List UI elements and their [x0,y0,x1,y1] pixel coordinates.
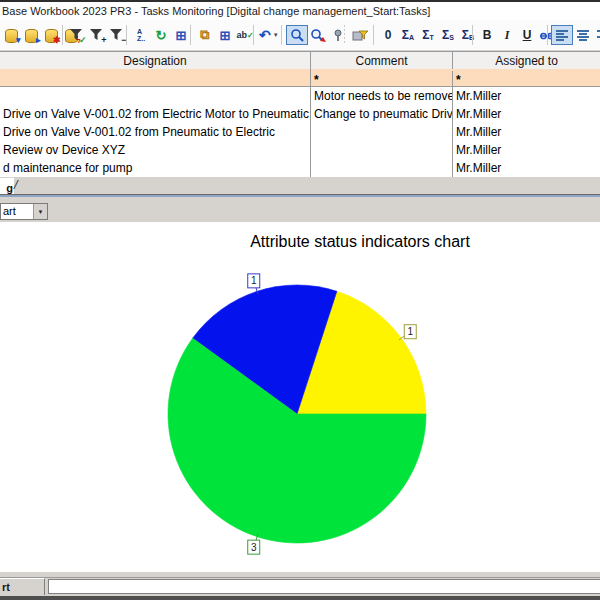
filter-check-icon: ✓ [69,27,86,43]
toolbar-group-align [551,24,600,46]
export-filter-button[interactable] [350,25,370,45]
sort-button[interactable]: A Z.. [131,25,151,45]
chart-type-dropdown[interactable]: art ▼ [0,203,48,220]
toolbar-group-edit: ⧉ ⊞ ab ✓ [195,24,255,46]
column-header-designation[interactable]: Designation [0,52,311,69]
horizontal-scrollbar[interactable] [48,579,600,594]
cell-designation[interactable]: d maintenance for pump [0,159,311,177]
filter-row: * * [0,69,600,87]
cell-comment[interactable]: Motor needs to be removed [311,87,453,105]
save-worksheet-button[interactable]: ▸ [22,25,42,45]
add-window-button[interactable]: ⊞ [215,25,235,45]
align-center-icon [576,29,590,42]
sheet-tab-strip: g / [0,177,600,194]
insert-window-button[interactable]: ⧉ [195,25,215,45]
pin-view-button[interactable] [328,25,348,45]
undo-icon: ↶ [259,27,271,43]
cell-comment[interactable] [311,123,453,141]
active-sheet-tab[interactable]: g [0,178,14,194]
undo-button[interactable]: ↶ ▼ [258,25,280,45]
table-header-row: Designation Comment Assigned to [0,51,600,70]
align-right-button[interactable] [593,25,600,45]
toolbar-separator [547,25,548,45]
toolbar-group-zoom [286,24,348,46]
add-filter-button[interactable]: + [87,25,107,45]
cell-comment[interactable] [311,141,453,159]
cell-designation[interactable]: Drive on Valve V-001.02 from Pneumatic t… [0,123,311,141]
bottom-tab-bar: rt [0,578,600,596]
filter-cell-designation[interactable] [0,69,311,86]
toolbar-group-view: A Z.. ↻ ⊞ [131,24,191,46]
toolbar-separator [253,25,254,45]
window-bottom-edge [0,596,600,600]
toolbar-separator [472,25,473,45]
database-new-icon: ✱ [45,28,60,43]
database-icon: ▸ [25,28,40,43]
window-title: Base Workbook 2023 PR3 - Tasks Monitorin… [2,5,430,17]
toolbar-group-export [350,24,370,46]
italic-button[interactable]: I [497,25,517,45]
window-arrow-icon: ⧉ [200,27,209,43]
column-header-assigned-to[interactable]: Assigned to [453,52,600,69]
cell-assigned-to[interactable]: Mr.Miller [453,141,600,159]
toolbar-group-aggregate: 0 Σ A Σ T Σ S Σ B [378,24,478,46]
align-left-button[interactable] [551,25,573,45]
refresh-button[interactable]: ↻ [151,25,171,45]
chart-sheet-tab[interactable]: rt [0,578,45,595]
toolbar-group-undo: ↶ ▼ [258,24,280,46]
align-center-button[interactable] [573,25,593,45]
filter-plus-icon: + [89,27,106,43]
cell-designation[interactable] [0,87,311,105]
underline-button[interactable]: U [517,25,537,45]
chart-toolbar-band: art ▼ [0,197,600,222]
zero-icon: 0 [385,28,392,42]
column-header-comment[interactable]: Comment [311,52,453,69]
align-right-icon [596,29,600,42]
sum-all-button[interactable]: Σ A [398,25,418,45]
database-icon: ▾ [5,28,20,43]
toolbar-separator [344,25,345,45]
cell-comment[interactable]: Change to pneumatic Drive [311,105,453,123]
cell-designation[interactable]: Drive on Valve V-001.02 from Electric Mo… [0,105,311,123]
bold-button[interactable]: B [477,25,497,45]
cell-comment[interactable] [311,159,453,177]
table-row: Drive on Valve V-001.02 from Electric Mo… [0,105,600,124]
magnifier-icon [290,28,305,43]
table-row: Motor needs to be removed Mr.Miller [0,87,600,106]
chart-title: Attribute status indicators chart [120,233,600,251]
remove-filter-button[interactable]: − [107,25,127,45]
sigma-a-icon: Σ [402,28,409,42]
sigma-s-icon: Σ [442,28,449,42]
toolbar-separator [126,25,127,45]
sum-subtotal-button[interactable]: Σ S [438,25,458,45]
table-row: Review ov Device XYZ Mr.Miller [0,141,600,160]
filter-cell-assigned-to[interactable]: * [453,71,600,88]
cell-designation[interactable]: Review ov Device XYZ [0,141,311,159]
cell-assigned-to[interactable]: Mr.Miller [453,87,600,105]
toolbar-group-filter: ✓ + − [67,24,127,46]
align-left-icon [555,29,569,42]
table-view-button[interactable]: ⊞ [171,25,191,45]
new-worksheet-button[interactable]: ✱ [42,25,62,45]
undo-dropdown-caret[interactable]: ▼ [273,32,279,38]
toolbar-separator [62,25,63,45]
cell-assigned-to[interactable]: Mr.Miller [453,105,600,123]
replace-text-button[interactable]: ab ✓ [235,25,255,45]
chevron-down-icon[interactable]: ▼ [33,204,47,219]
table-grid-icon: ⊞ [176,28,187,43]
apply-filter-button[interactable]: ✓ [67,25,87,45]
open-worksheet-button[interactable]: ▾ [2,25,22,45]
toolbar: ▾ ▸ ✱ ϟ ✓ + − [0,20,600,51]
zoom-in-button[interactable] [286,25,308,45]
sum-total-button[interactable]: Σ T [418,25,438,45]
cell-assigned-to[interactable]: Mr.Miller [453,123,600,141]
sum-block-button[interactable]: Σ B [458,25,478,45]
cell-assigned-to[interactable]: Mr.Miller [453,159,600,177]
zoom-goto-button[interactable] [308,25,328,45]
italic-icon: I [505,28,510,43]
filter-cell-comment[interactable]: * [311,71,453,88]
filter-minus-icon: − [109,27,126,43]
magnifier-arrow-icon [310,28,327,43]
toolbar-separator [190,25,191,45]
zero-values-button[interactable]: 0 [378,25,398,45]
